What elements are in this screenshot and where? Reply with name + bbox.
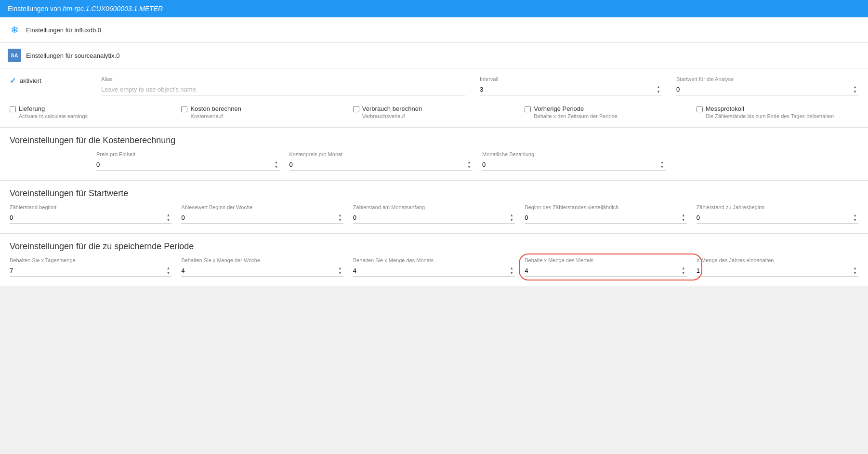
tagesmenge-input[interactable] (10, 265, 163, 276)
zaehler-jahr-spinner: ▲ ▼ (697, 212, 858, 224)
preis-up[interactable]: ▲ (273, 160, 280, 165)
beginn-viertel-up[interactable]: ▲ (680, 213, 687, 218)
kostenpreis-spinner-wrap: ▲ ▼ (289, 159, 473, 171)
viertel-gruppe: Behalte x Menge des Viertels ▲ ▼ (525, 257, 696, 277)
ablesewert-down[interactable]: ▼ (337, 218, 343, 223)
vorherige-label: Vorherige Periode (534, 105, 618, 112)
startwert-input[interactable] (676, 84, 850, 95)
tagesmenge-down[interactable]: ▼ (165, 271, 171, 276)
monat-down[interactable]: ▼ (508, 271, 515, 276)
vorherige-checkbox[interactable] (525, 106, 531, 112)
kostenpreis-spinners: ▲ ▼ (466, 160, 473, 170)
mess-label: Messprotokoll (706, 105, 834, 112)
monatlich-spinner-wrap: ▲ ▼ (482, 159, 666, 171)
lieferung-checkbox[interactable] (10, 106, 16, 112)
intervall-group: Intervall ▲ ▼ (480, 76, 662, 95)
kosten-section: Voreinstellungen für die Kostenberechnun… (0, 127, 868, 180)
zaehler-monat-input[interactable] (353, 212, 506, 223)
woche-gruppe: Behalten Sie x Menge der Woche ▲ ▼ (181, 257, 353, 277)
kostenpreis-input[interactable] (289, 159, 464, 170)
lieferung-group: Lieferung Activate to calculate earnings (10, 105, 181, 119)
monat-input[interactable] (353, 265, 506, 276)
zaehler-beginnt-up[interactable]: ▲ (165, 213, 171, 218)
ablesewert-spinners: ▲ ▼ (337, 213, 343, 223)
aktiviert-row: ✓ aktiviert (10, 76, 87, 85)
beginn-viertel-spinners: ▲ ▼ (680, 213, 687, 223)
zaehler-monat-down[interactable]: ▼ (508, 218, 515, 223)
kostenpreis-up[interactable]: ▲ (466, 160, 473, 165)
zaehler-jahr-up[interactable]: ▲ (852, 213, 858, 218)
zaehler-jahr-spinners: ▲ ▼ (852, 213, 858, 223)
zaehler-monat-label: Zählerstand am Monatsanfang (353, 204, 515, 210)
intervall-label: Intervall (480, 76, 662, 82)
woche-spinners: ▲ ▼ (337, 266, 343, 276)
jahr-down[interactable]: ▼ (852, 271, 858, 276)
lieferung-row: Lieferung Activate to calculate earnings (10, 105, 171, 119)
intervall-input[interactable] (480, 84, 653, 95)
ablesewert-input[interactable] (181, 212, 334, 223)
influx-section-header: ❄ Einstellungen für influxdb.0 (0, 17, 868, 43)
kosten-checkbox[interactable] (181, 106, 187, 112)
viertel-down[interactable]: ▼ (680, 271, 687, 276)
monat-gruppe: Behalten Sie x Menge des Monats ▲ ▼ (353, 257, 525, 277)
zaehler-jahr-label: Zählerstand zu Jahresbeginn (697, 204, 858, 210)
preis-input[interactable] (96, 159, 271, 170)
monatlich-up[interactable]: ▲ (659, 160, 666, 165)
monatlich-input[interactable] (482, 159, 657, 170)
preis-down[interactable]: ▼ (273, 165, 280, 170)
zaehler-monat-spinners: ▲ ▼ (508, 213, 515, 223)
source-label: Einstellungen für sourceanalytix.0 (26, 52, 119, 59)
intervall-up[interactable]: ▲ (655, 85, 662, 90)
monatlich-down[interactable]: ▼ (659, 165, 666, 170)
check-icon: ✓ (10, 76, 16, 85)
beginn-viertel-input[interactable] (525, 212, 678, 223)
main-content: ❄ Einstellungen für influxdb.0 SA Einste… (0, 17, 868, 286)
viertel-up[interactable]: ▲ (680, 266, 687, 271)
mess-checkbox[interactable] (697, 106, 703, 112)
alias-group: Alias (101, 76, 465, 95)
intervall-spinners: ▲ ▼ (655, 85, 662, 94)
alias-label: Alias (101, 76, 465, 82)
tagesmenge-group: Behalten Sie x Tagesmenge ▲ ▼ (10, 257, 181, 277)
jahr-up[interactable]: ▲ (852, 266, 858, 271)
kostenpreis-label: Kostenpreis pro Monat (289, 151, 473, 157)
zaehler-monat-up[interactable]: ▲ (508, 213, 515, 218)
startwert-spinner: ▲ ▼ (676, 84, 858, 95)
viertel-input[interactable] (525, 265, 678, 276)
woche-down[interactable]: ▼ (337, 271, 343, 276)
monat-up[interactable]: ▲ (508, 266, 515, 271)
kostenpreis-down[interactable]: ▼ (466, 165, 473, 170)
zaehler-beginnt-spinners: ▲ ▼ (165, 213, 171, 223)
preis-group: Preis pro Einheit ▲ ▼ (96, 151, 289, 171)
tagesmenge-up[interactable]: ▲ (165, 266, 171, 271)
zaehler-beginnt-down[interactable]: ▼ (165, 218, 171, 223)
zaehler-jahr-group: Zählerstand zu Jahresbeginn ▲ ▼ (697, 204, 858, 224)
startwert-down[interactable]: ▼ (852, 90, 858, 94)
preis-label: Preis pro Einheit (96, 151, 280, 157)
monatlich-label: Monatliche Bezahlung (482, 151, 666, 157)
monat-spinners: ▲ ▼ (508, 266, 515, 276)
zaehler-jahr-down[interactable]: ▼ (852, 218, 858, 223)
viertel-label: Behalte x Menge des Viertels (525, 257, 686, 263)
woche-input[interactable] (181, 265, 334, 276)
alias-input[interactable] (101, 84, 465, 95)
kosten-group: Kosten berechnen Kostenverlauf (181, 105, 353, 119)
verbrauch-checkbox[interactable] (353, 106, 359, 112)
ablesewert-up[interactable]: ▲ (337, 213, 343, 218)
intervall-down[interactable]: ▼ (655, 90, 662, 94)
startwerte-title: Voreinstellungen für Startwerte (0, 180, 868, 204)
zaehler-jahr-input[interactable] (697, 212, 850, 223)
jahr-input[interactable] (697, 265, 850, 276)
kosten-label: Kosten berechnen (190, 105, 241, 112)
periode-section: Voreinstellungen für die zu speichernde … (0, 233, 868, 286)
startwerte-section: Voreinstellungen für Startwerte Zählerst… (0, 180, 868, 233)
woche-up[interactable]: ▲ (337, 266, 343, 271)
startwert-up[interactable]: ▲ (852, 85, 858, 90)
tagesmenge-spinner: ▲ ▼ (10, 265, 171, 277)
monatlich-spinners: ▲ ▼ (659, 160, 666, 170)
beginn-viertel-down[interactable]: ▼ (680, 218, 687, 223)
jahr-label: X Menge des Jahres einbehalten (697, 257, 858, 263)
verbrauch-sublabel: Verbrauchsverlauf (362, 113, 422, 119)
ablesewert-group: Ablesewert Beginn der Woche ▲ ▼ (181, 204, 353, 224)
zaehler-beginnt-input[interactable] (10, 212, 163, 223)
